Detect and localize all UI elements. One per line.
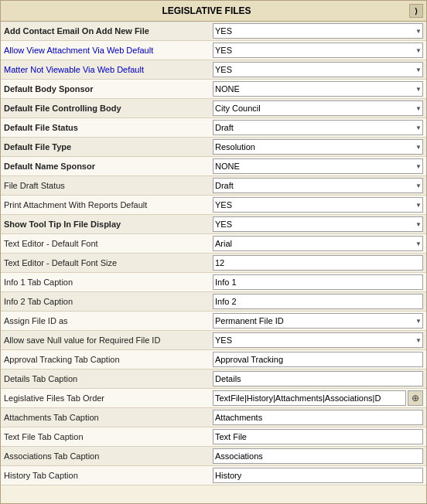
text-input[interactable]	[213, 468, 423, 483]
table-row: Info 1 Tab Caption	[1, 273, 426, 292]
table-row: History Tab Caption	[1, 466, 426, 485]
row-control: YESNO	[213, 62, 423, 77]
row-control: DraftFinal	[213, 178, 423, 193]
table-row: Legislative Files Tab Order⊕	[1, 389, 426, 408]
row-control: YESNO	[213, 332, 423, 348]
dropdown-wrapper: YESNO	[213, 62, 423, 77]
dropdown-select[interactable]: ArialTimes New Roman	[213, 236, 423, 251]
table-row: Attachments Tab Caption	[1, 408, 426, 427]
row-control: ArialTimes New Roman	[213, 236, 423, 251]
table-row: Text File Tab Caption	[1, 427, 426, 447]
content-area: Add Contact Email On Add New FileYESNOAl…	[0, 22, 427, 504]
row-label: Default Name Sponsor	[4, 162, 213, 171]
dropdown-select[interactable]: YESNO	[213, 23, 423, 39]
dropdown-wrapper: NONE	[213, 158, 423, 174]
dropdown-select[interactable]: ResolutionOrdinance	[213, 139, 423, 155]
row-control: YESNO	[213, 43, 423, 58]
dropdown-select[interactable]: City CouncilNONE	[213, 100, 423, 116]
text-input[interactable]	[213, 274, 423, 290]
dropdown-wrapper: ResolutionOrdinance	[213, 139, 423, 155]
text-input[interactable]	[213, 448, 423, 464]
row-control: Permanent File IDTemporary File ID	[213, 313, 423, 329]
table-row: Info 2 Tab Caption	[1, 292, 426, 312]
dropdown-wrapper: NONECity Council	[213, 81, 423, 97]
table-row: Allow save Null value for Required File …	[1, 331, 426, 350]
row-label: Default File Controlling Body	[4, 104, 213, 113]
dropdown-select[interactable]: Permanent File IDTemporary File ID	[213, 313, 423, 329]
row-control	[213, 371, 423, 387]
dropdown-select[interactable]: YESNO	[213, 43, 423, 58]
table-row: Text Editor - Default Font Size	[1, 254, 426, 273]
row-label: Info 1 Tab Caption	[4, 278, 213, 287]
text-input[interactable]	[213, 410, 423, 425]
dropdown-select[interactable]: YESNO	[213, 197, 423, 213]
row-label: Default File Type	[4, 142, 213, 152]
table-row: Default Body SponsorNONECity Council	[1, 80, 426, 99]
row-label: Approval Tracking Tab Caption	[4, 355, 213, 364]
row-label: Assign File ID as	[4, 316, 213, 325]
zoom-button[interactable]: ⊕	[408, 390, 423, 406]
table-row: Default Name SponsorNONE	[1, 157, 426, 176]
text-input[interactable]	[213, 429, 423, 444]
row-control: City CouncilNONE	[213, 100, 423, 116]
row-control: ⊕	[213, 390, 423, 406]
table-row: Default File Controlling BodyCity Counci…	[1, 99, 426, 118]
dropdown-wrapper: YESNO	[213, 332, 423, 348]
table-row: Allow View Attachment Via Web DefaultYES…	[1, 41, 426, 60]
table-row: Show Tool Tip In File DisplayYESNO	[1, 215, 426, 234]
dropdown-select[interactable]: YESNO	[213, 216, 423, 232]
table-row: Assign File ID asPermanent File IDTempor…	[1, 312, 426, 331]
dropdown-select[interactable]: YESNO	[213, 332, 423, 348]
row-label: Show Tool Tip In File Display	[4, 220, 213, 229]
row-control	[213, 255, 423, 271]
dropdown-select[interactable]: YESNO	[213, 62, 423, 77]
row-label: Details Tab Caption	[4, 374, 213, 383]
row-control: YESNO	[213, 216, 423, 232]
text-input[interactable]	[213, 294, 423, 309]
row-control	[213, 429, 423, 444]
expand-button[interactable]: ⟩	[409, 4, 423, 18]
table-row: Approval Tracking Tab Caption	[1, 350, 426, 369]
dropdown-select[interactable]: DraftFinal	[213, 120, 423, 135]
dropdown-wrapper: ArialTimes New Roman	[213, 236, 423, 251]
row-label: Allow View Attachment Via Web Default	[4, 46, 213, 55]
table-row: Details Tab Caption	[1, 369, 426, 389]
dropdown-wrapper: YESNO	[213, 197, 423, 213]
file-order-input[interactable]	[213, 390, 406, 406]
text-input[interactable]	[213, 371, 423, 387]
table-row: Default File TypeResolutionOrdinance	[1, 138, 426, 157]
text-input[interactable]	[213, 352, 423, 367]
row-control: YESNO	[213, 23, 423, 39]
row-label: History Tab Caption	[4, 471, 213, 480]
row-control: ResolutionOrdinance	[213, 139, 423, 155]
dropdown-select[interactable]: NONE	[213, 158, 423, 174]
row-control: YESNO	[213, 197, 423, 213]
title-bar: LEGISLATIVE FILES ⟩	[0, 0, 427, 22]
table-row: Add Contact Email On Add New FileYESNO	[1, 22, 426, 41]
dropdown-wrapper: DraftFinal	[213, 178, 423, 193]
row-control	[213, 274, 423, 290]
dropdown-select[interactable]: NONECity Council	[213, 81, 423, 97]
row-label: Attachments Tab Caption	[4, 413, 213, 422]
row-label: Info 2 Tab Caption	[4, 297, 213, 306]
table-row: Default File StatusDraftFinal	[1, 118, 426, 138]
dropdown-wrapper: YESNO	[213, 216, 423, 232]
table-row: Associations Tab Caption	[1, 447, 426, 466]
row-control	[213, 468, 423, 483]
dropdown-wrapper: YESNO	[213, 43, 423, 58]
row-label: Print Attachment With Reports Default	[4, 200, 213, 209]
table-row: Print Attachment With Reports DefaultYES…	[1, 196, 426, 215]
row-label: Text Editor - Default Font	[4, 239, 213, 248]
row-label: Matter Not Viewable Via Web Default	[4, 65, 213, 74]
table-row: Matter Not Viewable Via Web DefaultYESNO	[1, 60, 426, 80]
row-control	[213, 352, 423, 367]
row-label: Text File Tab Caption	[4, 432, 213, 441]
dropdown-wrapper: City CouncilNONE	[213, 100, 423, 116]
row-control	[213, 294, 423, 309]
text-input[interactable]	[213, 255, 423, 271]
dropdown-select[interactable]: DraftFinal	[213, 178, 423, 193]
row-label: Legislative Files Tab Order	[4, 393, 213, 403]
row-label: Add Contact Email On Add New File	[4, 26, 213, 36]
file-order-wrapper: ⊕	[213, 390, 423, 406]
row-label: Default File Status	[4, 123, 213, 132]
